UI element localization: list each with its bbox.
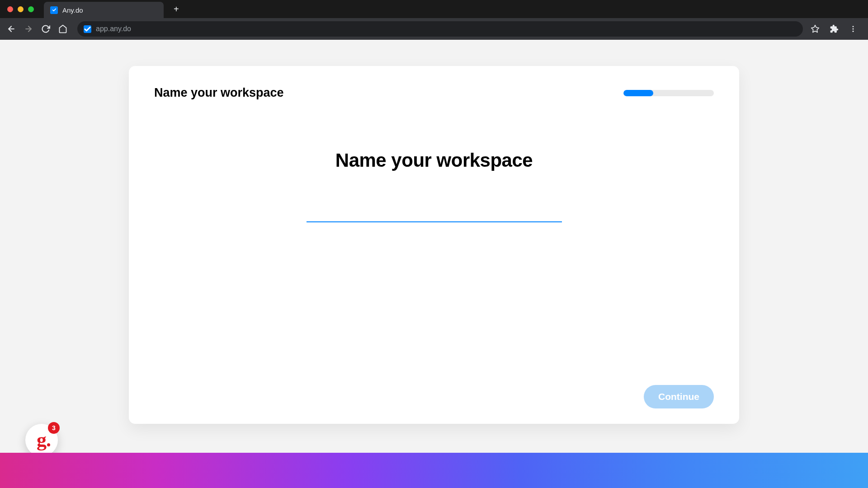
widget-logo-dot-icon <box>47 443 50 446</box>
browser-toolbar: app.any.do <box>0 18 868 40</box>
window-controls <box>0 6 34 12</box>
toolbar-right <box>810 24 862 34</box>
workspace-name-input[interactable] <box>307 197 562 222</box>
reload-button[interactable] <box>41 24 51 34</box>
url-favicon-icon <box>84 25 91 33</box>
back-button[interactable] <box>6 24 16 34</box>
url-text: app.any.do <box>96 25 131 33</box>
continue-button[interactable]: Continue <box>644 385 714 408</box>
onboarding-card: Name your workspace Name your workspace … <box>129 66 739 424</box>
browser-tab[interactable]: Any.do <box>44 2 164 18</box>
bookmark-button[interactable] <box>810 24 820 34</box>
tab-favicon-icon <box>50 6 58 14</box>
extensions-button[interactable] <box>829 24 839 34</box>
svg-point-3 <box>853 26 854 27</box>
browser-chrome: Any.do + app.any.do <box>0 0 868 40</box>
url-bar[interactable]: app.any.do <box>77 21 803 37</box>
tab-title: Any.do <box>62 6 83 14</box>
help-widget[interactable]: g 3 <box>25 424 58 456</box>
new-tab-button[interactable]: + <box>174 4 179 14</box>
svg-marker-2 <box>811 25 819 33</box>
page-content: Name your workspace Name your workspace … <box>0 40 868 488</box>
footer-gradient <box>0 453 868 488</box>
widget-logo: g <box>37 430 47 450</box>
page-heading: Name your workspace <box>335 150 533 171</box>
forward-button[interactable] <box>24 24 33 34</box>
widget-badge: 3 <box>48 422 60 434</box>
svg-point-4 <box>853 28 854 30</box>
step-label: Name your workspace <box>154 86 284 100</box>
progress-bar <box>623 90 714 96</box>
menu-button[interactable] <box>848 24 858 34</box>
card-body: Name your workspace <box>154 150 714 222</box>
card-header: Name your workspace <box>154 86 714 100</box>
minimize-window-button[interactable] <box>18 6 24 12</box>
close-window-button[interactable] <box>7 6 13 12</box>
svg-point-5 <box>853 31 854 32</box>
home-button[interactable] <box>58 24 68 34</box>
progress-fill <box>623 90 653 96</box>
tab-bar: Any.do + <box>0 0 868 18</box>
maximize-window-button[interactable] <box>28 6 34 12</box>
